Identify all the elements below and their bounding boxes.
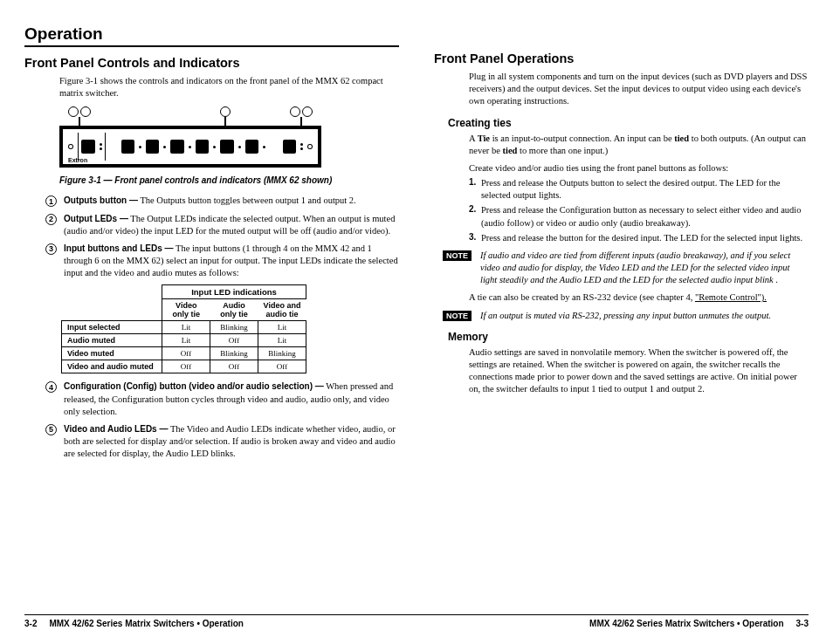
table-row: Input selectedLitBlinkingLit [62,321,306,334]
rs232-sentence: A tie can also be created by an RS-232 d… [469,291,809,304]
callout-number-icon: 3 [45,243,57,255]
step-item: 2.Press and release the Configuration bu… [469,204,809,229]
note-tag-icon: NOTE [443,311,472,321]
tie-howto-intro: Create video and/or audio ties using the… [469,162,809,175]
callout-number-icon: 1 [45,195,57,207]
page-footer: 3-2 MMX 42/62 Series Matrix Switchers • … [24,614,809,628]
callout-item: 3 Input buttons and LEDs — The input but… [45,243,399,280]
memory-text: Audio settings are saved in nonvolatile … [469,346,809,396]
remote-control-link[interactable]: "Remote Control"). [695,292,767,302]
subheading-creating-ties: Creating ties [448,117,809,129]
step-item: 3.Press and release the button for the d… [469,232,809,244]
left-page: Operation Front Panel Controls and Indic… [24,24,399,465]
step-item: 1.Press and release the Outputs button t… [469,177,809,202]
section-heading-right: Front Panel Operations [434,51,809,65]
front-panel-diagram: Extron [59,106,321,168]
table-row: Audio mutedLitOffLit [62,334,306,347]
callout-number-icon: 5 [45,424,57,435]
right-page: Front Panel Operations Plug in all syste… [434,24,809,465]
panel-brand-label: Extron [68,157,87,163]
callout-number-icon: 2 [45,214,57,225]
callout-item: 5 Video and Audio LEDs — The Video and A… [45,423,399,461]
subheading-memory: Memory [448,331,809,343]
left-intro: Figure 3-1 shows the controls and indica… [59,75,399,99]
callout-item: 1 Outputs button — The Outputs button to… [45,195,399,207]
led-indications-table: Input LED indications Video only tie Aud… [61,284,306,373]
figure-caption: Figure 3-1 — Front panel controls and in… [59,175,399,186]
footer-text-right: MMX 42/62 Series Matrix Switchers • Oper… [589,619,783,628]
note-block: NOTE If audio and video are tied from di… [443,250,809,287]
footer-text-left: MMX 42/62 Series Matrix Switchers • Oper… [49,619,243,628]
section-heading-left: Front Panel Controls and Indicators [24,56,399,70]
note-tag-icon: NOTE [443,250,472,261]
right-intro: Plug in all system components and turn o… [469,71,809,108]
note-block: NOTE If an output is muted via RS-232, p… [443,310,809,322]
tie-definition: A Tie is an input-to-output connection. … [469,133,809,157]
page-number-left: 3-2 [24,619,37,628]
running-title: Operation [24,24,399,47]
callout-item: 2 Output LEDs — The Output LEDs indicate… [45,213,399,237]
callout-number-icon: 4 [45,381,57,393]
table-row: Video and audio mutedOffOffOff [62,360,306,373]
table-row: Video mutedOffBlinkingBlinking [62,347,306,360]
callout-item: 4 Configuration (Config) button (video a… [45,380,399,418]
page-number-right: 3-3 [796,619,809,628]
